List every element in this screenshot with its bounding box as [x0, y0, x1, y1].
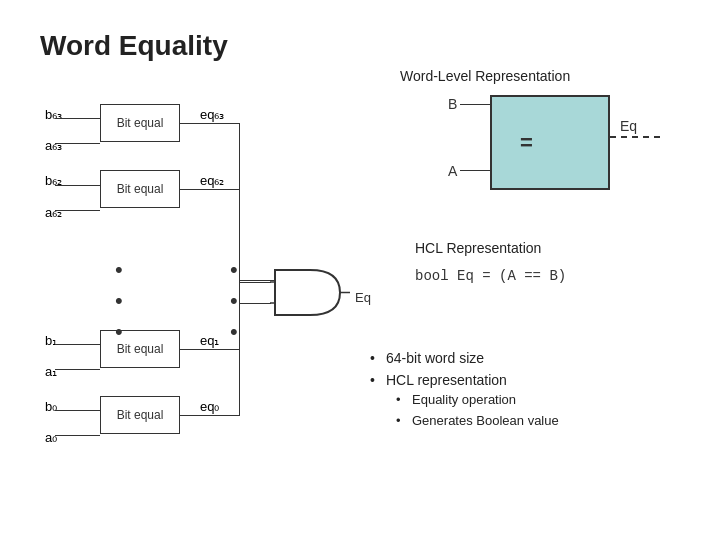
a-to-eq-line	[460, 170, 490, 171]
b1-label: b₁	[45, 333, 57, 348]
eq0-label: eq₀	[200, 399, 219, 414]
b62-input-line	[55, 185, 100, 186]
to-and-line	[239, 280, 274, 281]
eq1-out-line	[180, 349, 240, 350]
sub-bullet-2: Generates Boolean value	[396, 413, 559, 428]
a1-label: a₁	[45, 364, 57, 379]
a-label: A	[448, 163, 457, 179]
and-eq-output-label: Eq	[355, 290, 371, 305]
a0-label: a₀	[45, 430, 57, 445]
a63-input-line	[55, 143, 100, 144]
page-title: Word Equality	[40, 30, 228, 62]
gather-to-and-bottom	[239, 303, 271, 304]
eq1-label: eq₁	[200, 333, 219, 348]
bit-equal-box-63: Bit equal	[100, 104, 180, 142]
dots-right: •••	[230, 255, 237, 347]
b63-label: b₆₃	[45, 107, 62, 122]
bit-equal-box-62: Bit equal	[100, 170, 180, 208]
eq-dashed-line	[610, 136, 660, 138]
eq-box	[490, 95, 610, 190]
dots-left: •••	[115, 255, 122, 347]
a63-label: a₆₃	[45, 138, 62, 153]
bit-equal-box-0: Bit equal	[100, 396, 180, 434]
a1-input-line	[55, 369, 100, 370]
eq63-label: eq₆₃	[200, 107, 224, 122]
bit-equal-box-1: Bit equal	[100, 330, 180, 368]
eq63-out-line	[180, 123, 240, 124]
bullet-item-2: HCL representation Equality operation Ge…	[370, 372, 559, 428]
eq0-out-line	[180, 415, 240, 416]
eq62-out-line	[180, 189, 240, 190]
b63-input-line	[55, 118, 100, 119]
a0-input-line	[55, 435, 100, 436]
gather-to-and-top	[239, 282, 271, 283]
bullet-item-1: 64-bit word size	[370, 350, 559, 366]
b0-input-line	[55, 410, 100, 411]
sub-bullet-1: Equality operation	[396, 392, 559, 407]
wl-representation-label: Word-Level Representation	[400, 68, 570, 84]
b-label: B	[448, 96, 457, 112]
gather-vert-line	[239, 123, 240, 415]
eq-output-label: Eq	[620, 118, 637, 134]
and-gate	[270, 265, 350, 324]
b-to-eq-line	[460, 104, 490, 105]
hcl-code: bool Eq = (A == B)	[415, 268, 566, 284]
a62-input-line	[55, 210, 100, 211]
eq62-label: eq₆₂	[200, 173, 224, 188]
b0-label: b₀	[45, 399, 57, 414]
b1-input-line	[55, 344, 100, 345]
eq-symbol: =	[520, 130, 533, 156]
bullets-section: 64-bit word size HCL representation Equa…	[370, 350, 559, 434]
hcl-representation-label: HCL Representation	[415, 240, 541, 256]
a62-label: a₆₂	[45, 205, 62, 220]
